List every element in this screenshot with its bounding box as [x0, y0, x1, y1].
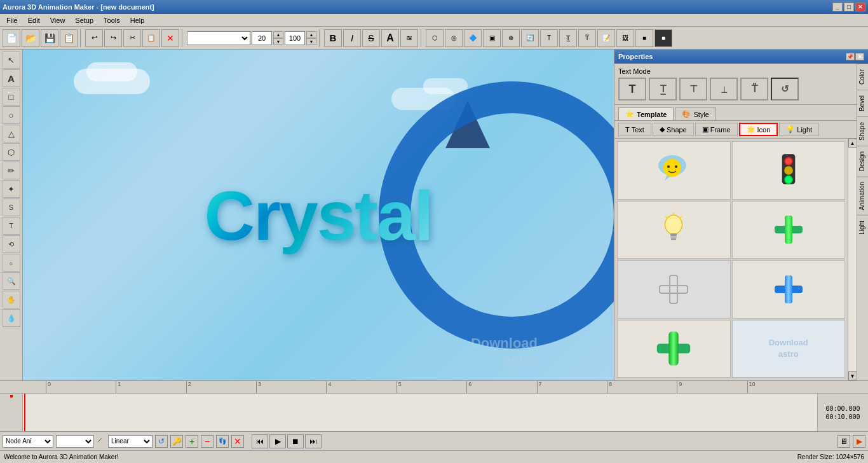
tool13-button[interactable]: ■ — [654, 29, 672, 47]
mode-btn-2[interactable]: T̲ — [649, 78, 677, 100]
skew-tool[interactable]: S — [3, 198, 20, 216]
tab-style[interactable]: 🎨 Style — [675, 107, 715, 120]
new-button[interactable]: 📄 — [3, 29, 20, 47]
del-key-btn[interactable]: − — [201, 435, 214, 448]
menu-setup[interactable]: Setup — [70, 15, 98, 25]
tool11-button[interactable]: 🖼 — [616, 29, 634, 47]
mode-btn-1[interactable]: T — [618, 78, 646, 100]
prev-btn[interactable]: ⏮ — [252, 434, 268, 448]
subtab-light[interactable]: 💡 Light — [779, 123, 819, 136]
maximize-btn[interactable]: □ — [844, 3, 854, 11]
delete-button[interactable]: ✕ — [161, 29, 179, 47]
mode-btn-6[interactable]: ↺ — [771, 78, 799, 100]
icon-cell-speech-bubble[interactable] — [617, 141, 731, 200]
side-tab-animation[interactable]: Animation — [857, 176, 868, 215]
tool12-button[interactable]: ■ — [635, 29, 653, 47]
menu-help[interactable]: Help — [125, 15, 150, 25]
stop-btn[interactable]: ⏹ — [287, 434, 304, 448]
text-style-button[interactable]: ≋ — [400, 29, 418, 47]
scrollbar[interactable]: ▲ ▼ — [848, 139, 857, 380]
rectangle-tool[interactable]: □ — [3, 88, 20, 106]
mode-btn-3[interactable]: ⊤ — [679, 78, 707, 100]
save-button[interactable]: 💾 — [41, 29, 58, 47]
mode-btn-5[interactable]: T̈ — [740, 78, 768, 100]
play-btn[interactable]: ▶ — [269, 434, 286, 448]
icon-cell-lightbulb[interactable] — [617, 201, 731, 259]
mode-btn-4[interactable]: ⟂ — [710, 78, 738, 100]
hand-tool[interactable]: ✋ — [3, 291, 20, 308]
icon-cell-green-plus-3d[interactable] — [732, 201, 846, 259]
subtab-icon[interactable]: 🌟 Icon — [739, 123, 778, 136]
tool4-button[interactable]: ▣ — [483, 29, 501, 47]
triangle-tool[interactable]: △ — [3, 125, 20, 142]
tool5-button[interactable]: ⊕ — [502, 29, 520, 47]
icon-cell-watermark[interactable]: Download astro — [732, 320, 846, 378]
side-tab-light[interactable]: Light — [857, 215, 868, 240]
font-size-down[interactable]: ▼ — [273, 38, 283, 45]
undo-button[interactable]: ↩ — [85, 29, 103, 47]
tab-template[interactable]: ⭐ Template — [618, 107, 674, 120]
menu-file[interactable]: File — [1, 15, 23, 25]
icon-cell-gray-plus-outline[interactable] — [617, 260, 731, 319]
text-tool[interactable]: A — [3, 69, 20, 87]
icon-cell-green-plus-large[interactable] — [617, 320, 731, 378]
italic-button[interactable]: I — [343, 29, 361, 47]
font-size2-up[interactable]: ▲ — [306, 31, 316, 38]
subtab-frame[interactable]: ▣ Frame — [695, 123, 738, 136]
pen-tool[interactable]: ✏ — [3, 162, 20, 179]
interpolation-select[interactable]: Linear — [108, 435, 153, 448]
scroll-track[interactable] — [848, 148, 857, 371]
tool1-button[interactable]: ⬡ — [426, 29, 444, 47]
font-size2-input[interactable]: 100 — [285, 31, 305, 45]
paste-button[interactable]: 📋 — [142, 29, 160, 47]
font-size-spinner[interactable]: ▲ ▼ — [273, 31, 283, 45]
side-tab-design[interactable]: Design — [857, 146, 868, 176]
font-size-input[interactable]: 20 — [252, 31, 272, 45]
tool10-button[interactable]: 📝 — [597, 29, 615, 47]
save-as-button[interactable]: 📋 — [60, 29, 78, 47]
monitor-btn[interactable]: 🖥 — [837, 435, 850, 448]
ellipse-tool[interactable]: ○ — [3, 106, 20, 124]
select-tool[interactable]: ↖ — [3, 51, 20, 69]
refresh-btn[interactable]: ↺ — [155, 435, 168, 448]
canvas-area[interactable]: Crystal Download astro — [23, 50, 614, 380]
menu-view[interactable]: View — [45, 15, 71, 25]
cut-button[interactable]: ✂ — [123, 29, 141, 47]
bold-button[interactable]: B — [324, 29, 342, 47]
anim-btn-del[interactable]: ✕ — [231, 435, 244, 448]
scroll-up-btn[interactable]: ▲ — [848, 139, 857, 148]
rotate-tool[interactable]: ⟲ — [3, 235, 20, 253]
redo-button[interactable]: ↪ — [104, 29, 122, 47]
side-tab-shape[interactable]: Shape — [857, 116, 868, 146]
zoom-tool[interactable]: 🔍 — [3, 272, 20, 290]
close-btn[interactable]: ✕ — [855, 3, 865, 11]
font-size2-down[interactable]: ▼ — [306, 38, 316, 45]
tool7-button[interactable]: T — [540, 29, 558, 47]
minimize-btn[interactable]: _ — [832, 3, 843, 11]
text-a-button[interactable]: A — [381, 29, 399, 47]
open-button[interactable]: 📂 — [22, 29, 39, 47]
font-size2-spinner[interactable]: ▲ ▼ — [306, 31, 316, 45]
props-close-btn[interactable]: ✕ — [855, 53, 864, 60]
font-size-up[interactable]: ▲ — [273, 31, 283, 38]
eyedropper-tool[interactable]: 💧 — [3, 309, 20, 327]
anim-btn-5[interactable]: 👣 — [216, 435, 229, 448]
key-add-btn[interactable]: 🔑 — [170, 435, 183, 448]
animation-type-select[interactable]: Node Ani — [3, 435, 53, 448]
props-pin-btn[interactable]: 📌 — [846, 53, 855, 60]
tool2-button[interactable]: ◎ — [445, 29, 463, 47]
icon-cell-blue-plus-3d[interactable] — [732, 260, 846, 319]
timeline-tracks[interactable] — [23, 394, 817, 431]
warp-tool[interactable]: T — [3, 217, 20, 235]
strikethrough-button[interactable]: S — [362, 29, 380, 47]
add-key-btn[interactable]: + — [186, 435, 198, 448]
tool6-button[interactable]: 🔄 — [521, 29, 539, 47]
subtab-shape[interactable]: ◆ Shape — [653, 123, 694, 136]
side-tab-color[interactable]: Color — [857, 64, 868, 90]
subtab-text[interactable]: T Text — [618, 123, 651, 136]
timeline-playhead[interactable] — [24, 394, 25, 431]
icon-cell-traffic-light[interactable] — [732, 141, 846, 200]
tool9-button[interactable]: T̈ — [578, 29, 596, 47]
star-tool[interactable]: ✦ — [3, 180, 20, 198]
polygon-tool[interactable]: ⬡ — [3, 143, 20, 161]
